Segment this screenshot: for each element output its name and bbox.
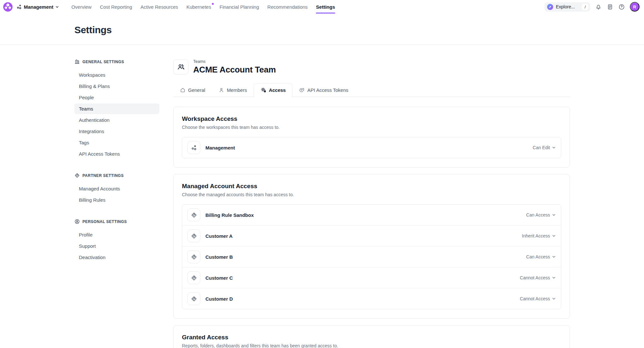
granted-access-subtitle: Reports, folders, dashboards and filters…	[182, 343, 561, 348]
sidebar-item-teams[interactable]: Teams	[74, 103, 159, 114]
granted-access-title: Granted Access	[182, 334, 561, 341]
managed-account-row: Customer D Cannot Access	[182, 288, 561, 309]
sidebar-item-managed-accounts[interactable]: Managed Accounts	[74, 183, 159, 194]
slash-shortcut-key: /	[582, 4, 588, 10]
handshake-icon	[74, 173, 80, 178]
handshake-icon	[187, 229, 200, 242]
nav-active-resources[interactable]: Active Resources	[136, 0, 182, 14]
general-settings-header: GENERAL SETTINGS	[74, 59, 159, 64]
workspace-cluster-icon	[187, 141, 200, 154]
person-circle-icon	[74, 219, 80, 224]
team-header: Teams ACME Account Team	[173, 59, 570, 75]
sidebar-item-billing-plans[interactable]: Billing & Plans	[74, 81, 159, 92]
access-level-dropdown[interactable]: Can Edit	[533, 145, 556, 150]
chevron-down-icon	[552, 255, 556, 259]
nav-settings[interactable]: Settings	[312, 0, 339, 14]
tab-members[interactable]: Members	[212, 83, 254, 97]
access-level-dropdown[interactable]: Can Access	[526, 254, 556, 259]
docs-button[interactable]	[607, 4, 613, 10]
workspace-cluster-icon	[16, 4, 22, 10]
chevron-down-icon	[552, 276, 556, 280]
user-avatar[interactable]: R	[630, 2, 639, 12]
account-name: Customer C	[205, 275, 233, 281]
access-level-dropdown[interactable]: Can Access	[526, 212, 556, 218]
tab-api-access-tokens[interactable]: API Access Tokens	[292, 83, 355, 97]
workspace-selector[interactable]: Management	[16, 0, 59, 14]
compass-icon	[547, 4, 553, 10]
building-icon	[74, 59, 80, 64]
sidebar-item-billing-rules[interactable]: Billing Rules	[74, 195, 159, 205]
handshake-icon	[187, 292, 200, 305]
nav-financial-planning[interactable]: Financial Planning	[215, 0, 263, 14]
handshake-icon	[187, 271, 200, 284]
managed-account-row: Customer B Can Access	[182, 246, 561, 267]
primary-nav: Overview Cost Reporting Active Resources…	[67, 0, 339, 14]
chevron-down-icon	[55, 5, 59, 9]
managed-account-row: Billing Rule Sandbox Can Access	[182, 205, 561, 225]
explore-search-button[interactable]: Explore... /	[545, 2, 590, 12]
chevron-down-icon	[552, 297, 556, 301]
help-icon	[618, 4, 625, 10]
vantage-logo-icon[interactable]	[3, 2, 13, 12]
personal-settings-header: PERSONAL SETTINGS	[74, 219, 159, 224]
partner-settings-header: PARTNER SETTINGS	[74, 173, 159, 178]
account-name: Customer B	[205, 254, 233, 260]
sidebar-item-support[interactable]: Support	[74, 241, 159, 251]
general-settings-section: GENERAL SETTINGS Workspaces Billing & Pl…	[74, 59, 159, 159]
chevron-down-icon	[552, 213, 556, 217]
access-level-dropdown[interactable]: Inherit Access	[522, 233, 556, 238]
sidebar-item-tags[interactable]: Tags	[74, 137, 159, 148]
sidebar-item-deactivation[interactable]: Deactivation	[74, 252, 159, 263]
page-title: Settings	[74, 24, 644, 35]
token-icon	[299, 87, 305, 93]
home-icon	[180, 87, 185, 93]
sidebar-item-integrations[interactable]: Integrations	[74, 126, 159, 137]
tab-access[interactable]: Access	[254, 83, 293, 97]
workspace-access-card: Workspace Access Choose the workspaces t…	[173, 107, 570, 168]
nav-recommendations[interactable]: Recommendations	[263, 0, 312, 14]
team-icon-box	[173, 59, 188, 74]
team-tabs: General Members Access	[173, 83, 570, 97]
sidebar-item-api-access-tokens[interactable]: API Access Tokens	[74, 149, 159, 159]
sidebar-item-people[interactable]: People	[74, 92, 159, 103]
settings-sidebar: GENERAL SETTINGS Workspaces Billing & Pl…	[74, 59, 159, 348]
managed-account-row: Customer C Cannot Access	[182, 267, 561, 288]
handshake-icon	[187, 208, 200, 221]
nav-cost-reporting[interactable]: Cost Reporting	[96, 0, 136, 14]
workspace-name: Management	[205, 145, 235, 150]
access-level-dropdown[interactable]: Cannot Access	[520, 275, 556, 280]
main-content: Teams ACME Account Team General Members	[173, 59, 570, 348]
chevron-down-icon	[552, 146, 556, 150]
account-name: Billing Rule Sandbox	[205, 212, 254, 218]
managed-account-row: Customer A Inherit Access	[182, 225, 561, 246]
document-icon	[607, 4, 613, 10]
partner-settings-section: PARTNER SETTINGS Managed Accounts Billin…	[74, 173, 159, 205]
granted-access-card: Granted Access Reports, folders, dashboa…	[173, 325, 570, 348]
help-button[interactable]	[618, 4, 625, 10]
notifications-button[interactable]	[595, 4, 602, 10]
workspace-access-subtitle: Choose the workspaces this team has acce…	[182, 125, 561, 130]
team-icon	[177, 63, 185, 71]
handshake-icon	[187, 250, 200, 263]
explore-label: Explore...	[556, 4, 575, 9]
new-badge-dot	[212, 3, 214, 5]
sidebar-item-profile[interactable]: Profile	[74, 229, 159, 240]
personal-settings-section: PERSONAL SETTINGS Profile Support Deacti…	[74, 219, 159, 263]
managed-account-access-title: Managed Account Access	[182, 183, 561, 190]
breadcrumb: Teams	[193, 59, 276, 64]
nav-kubernetes[interactable]: Kubernetes	[182, 0, 215, 14]
account-name: Customer D	[205, 296, 233, 302]
sidebar-item-authentication[interactable]: Authentication	[74, 115, 159, 125]
managed-account-access-card: Managed Account Access Choose the manage…	[173, 174, 570, 319]
account-name: Customer A	[205, 233, 232, 239]
bell-icon	[595, 4, 602, 10]
nav-overview[interactable]: Overview	[67, 0, 96, 14]
page-header: Settings	[0, 14, 644, 45]
workspace-access-title: Workspace Access	[182, 115, 561, 122]
gear-lock-icon	[260, 87, 266, 93]
sidebar-item-workspaces[interactable]: Workspaces	[74, 70, 159, 80]
access-level-dropdown[interactable]: Cannot Access	[520, 296, 556, 301]
top-navigation: Management Overview Cost Reporting Activ…	[0, 0, 644, 14]
tab-general[interactable]: General	[173, 83, 212, 97]
person-icon	[219, 87, 224, 93]
